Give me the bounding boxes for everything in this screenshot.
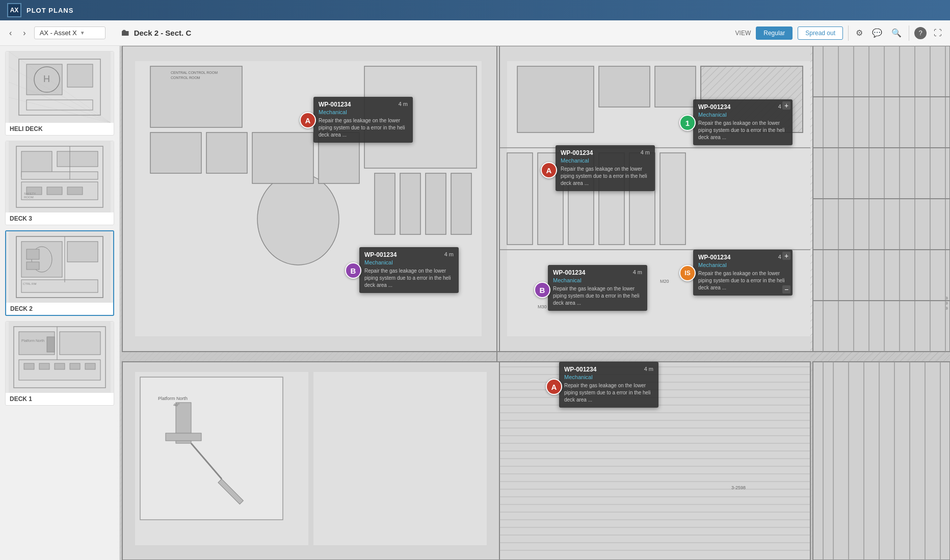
sidebar-item-deck-1[interactable]: Platform North DECK 1 [5,321,114,406]
nav-back-button[interactable]: ‹ [6,26,15,40]
wo-id: WP-001234 [564,366,596,373]
toolbar-separator [848,25,849,41]
wo-distance: 4 m [641,149,650,155]
floor-plan[interactable]: CENTRAL CONTROL ROOM CONTROL ROOM [120,46,950,560]
toolbar: ‹ › AX - Asset X ▼ 🖿 Deck 2 - Sect. C VI… [0,20,950,46]
svg-rect-36 [60,332,100,355]
view-label: VIEW [735,30,751,37]
wo-card-b1[interactable]: WP-001234 4 m Mechanical Repair the gas … [359,247,459,293]
sidebar-item-deck-3[interactable]: SAFETY ROOM DECK 3 [5,141,114,225]
wo-card-a1[interactable]: WP-001234 4 m Mechanical Repair the gas … [313,97,413,143]
svg-text:ROOM: ROOM [24,196,34,199]
help-button[interactable]: ? [914,27,927,39]
svg-text:Platform North: Platform North [21,339,44,342]
wo-type: Mechanical [364,259,454,265]
svg-rect-29 [27,249,39,259]
expand-button[interactable]: ⛶ [932,26,944,40]
view-regular-button[interactable]: Regular [756,26,793,40]
wo-card-header: WP-001234 4 m [698,103,787,111]
wo-id: WP-001234 [561,149,593,156]
chevron-down-icon: ▼ [80,30,85,36]
svg-text:M20: M20 [660,279,669,284]
wo-card-a2[interactable]: WP-001234 4 m Mechanical Repair the gas … [556,145,655,191]
wo-card-header: WP-001234 4 m [698,254,787,261]
minus-button[interactable]: − [782,285,790,294]
wo-id: WP-001234 [319,101,351,108]
svg-rect-42 [85,363,95,369]
svg-rect-62 [451,173,471,234]
svg-text:CENTRAL CONTROL ROOM: CENTRAL CONTROL ROOM [171,71,218,74]
svg-text:SAFETY: SAFETY [24,192,36,195]
nav-forward-button[interactable]: › [20,26,29,40]
wo-type: Mechanical [553,277,642,283]
wo-type: Mechanical [698,262,787,268]
marker-a1[interactable]: A [300,112,316,128]
settings-button[interactable]: ⚙ [854,26,865,40]
wo-distance: 4 m [644,366,653,372]
svg-rect-88 [166,433,201,441]
deck-thumb-label-deck1: DECK 1 [6,393,114,405]
wo-card-header: WP-001234 4 m [364,251,454,258]
plus-button[interactable]: + [782,252,790,260]
svg-rect-68 [517,66,594,132]
svg-rect-37 [19,360,100,380]
marker-b1[interactable]: B [345,262,361,279]
wo-type: Mechanical [561,157,650,164]
deck-thumb-label-deck3: DECK 3 [6,212,114,225]
map-icon: 🖿 [121,28,130,38]
scroll-dot [945,302,948,305]
svg-text:H: H [43,74,50,84]
svg-rect-77 [507,153,533,245]
wo-description: Repair the gas leakage on the lower pipi… [561,166,650,187]
wo-card-header: WP-001234 4 m [564,366,653,373]
svg-text:CTRL RM: CTRL RM [23,282,36,285]
chat-button[interactable]: 💬 [870,26,884,40]
svg-rect-30 [27,262,39,270]
wo-card-b2[interactable]: WP-001234 4 m Mechanical Repair the gas … [548,265,647,311]
svg-rect-45 [47,337,55,352]
wo-card-1[interactable]: + WP-001234 4 m Mechanical Repair the ga… [693,99,793,145]
asset-dropdown-label: AX - Asset X [40,29,77,37]
marker-a3[interactable]: A [546,379,562,395]
svg-text:Platform North: Platform North [158,396,188,401]
svg-rect-54 [206,132,247,173]
wo-description: Repair the gas leakage on the lower pipi… [698,270,787,291]
wo-card-header: WP-001234 4 m [561,149,650,156]
plus-button[interactable]: + [782,101,790,110]
wo-id: WP-001234 [553,269,585,276]
svg-rect-38 [24,363,34,369]
scroll-indicator [945,297,948,310]
svg-rect-39 [39,363,49,369]
wo-id: WP-001234 [698,254,730,261]
marker-1[interactable]: 1 [679,115,696,131]
wo-description: Repair the gas leakage on the lower pipi… [564,382,653,404]
marker-b2[interactable]: B [534,282,550,298]
wo-description: Repair the gas leakage on the lower pipi… [698,120,787,141]
svg-rect-26 [67,242,98,262]
sidebar: H HELI DECK SAFETY [0,46,120,560]
toolbar-right: VIEW Regular Spread out ⚙ 💬 🔍 ? ⛶ [735,25,944,41]
wo-card-header: WP-001234 4 m [319,101,408,108]
wo-card-a3[interactable]: WP-001234 4 m Mechanical Repair the gas … [559,362,658,408]
sidebar-item-heli-deck[interactable]: H HELI DECK [5,51,114,136]
search-button[interactable]: 🔍 [889,26,904,40]
svg-text:M30: M30 [538,304,547,309]
wo-type: Mechanical [319,109,408,115]
marker-a2[interactable]: A [541,162,557,178]
svg-text:3-2598: 3-2598 [731,485,746,490]
view-spreadout-button[interactable]: Spread out [798,26,843,40]
svg-rect-61 [426,173,446,234]
svg-rect-59 [375,173,395,234]
scroll-dot [945,297,948,300]
svg-rect-85 [313,372,487,545]
wo-description: Repair the gas leakage on the lower pipi… [319,117,408,139]
marker-is[interactable]: IS [679,265,696,281]
asset-dropdown[interactable]: AX - Asset X ▼ [34,26,105,39]
wo-card-header: WP-001234 4 m [553,269,642,276]
svg-rect-82 [660,153,685,245]
app-logo: AX [7,3,21,17]
wo-type: Mechanical [564,374,653,380]
wo-card-is[interactable]: + − WP-001234 4 m Mechanical Repair the … [693,250,793,296]
sidebar-item-deck-2[interactable]: CTRL RM DECK 2 [5,230,114,316]
svg-rect-52 [150,66,242,127]
